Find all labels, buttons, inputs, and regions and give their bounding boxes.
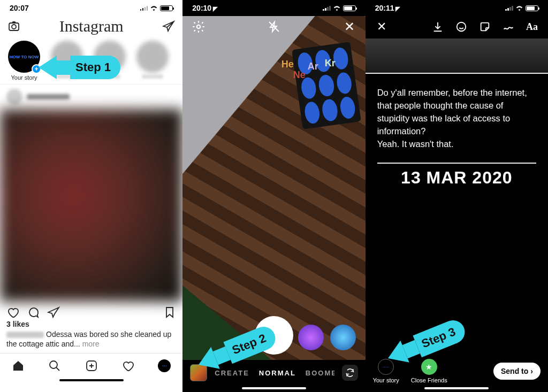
close-friends-icon: ★ [421, 359, 437, 375]
svg-point-1 [12, 25, 16, 29]
activity-tab-icon[interactable] [121, 359, 134, 372]
filter-option[interactable] [298, 325, 324, 350]
likes-count[interactable]: 3 likes [0, 320, 182, 328]
status-bar: 20:11◤ [366, 0, 548, 16]
close-icon[interactable]: ✕ [342, 19, 357, 34]
svg-point-4 [197, 25, 201, 29]
story-camera-screen: 20:10◤ ✕ He Ne Ar Kr CREATE [182, 0, 365, 392]
camera-icon[interactable] [7, 20, 20, 33]
post-image[interactable] [0, 109, 182, 302]
home-tab-icon[interactable] [12, 359, 25, 372]
svg-point-5 [457, 22, 466, 32]
new-post-tab-icon[interactable] [85, 359, 98, 372]
mode-boomerang[interactable]: BOOMER [306, 369, 334, 377]
flash-off-icon[interactable] [267, 19, 281, 34]
sticker-icon[interactable] [478, 20, 491, 33]
share-icon[interactable] [47, 306, 60, 319]
search-tab-icon[interactable] [48, 359, 61, 372]
story-settings-icon[interactable] [191, 19, 206, 34]
home-indicator[interactable] [242, 387, 306, 389]
story-canvas[interactable]: Do y'all remember, before the internet, … [366, 73, 548, 356]
profile-tab-icon[interactable]: • • • [158, 359, 171, 372]
stories-row[interactable]: HOW TO NOW + Your story [0, 37, 182, 84]
editor-toolbar: ✕ Aa [366, 16, 548, 39]
battery-icon [160, 5, 173, 11]
wifi-icon [333, 5, 341, 11]
effects-icon[interactable] [455, 20, 468, 33]
svg-rect-0 [9, 23, 19, 30]
story-date[interactable]: 13 MAR 2020 [377, 163, 536, 188]
story-item[interactable] [92, 41, 127, 81]
cellular-icon [323, 5, 331, 11]
story-item[interactable] [135, 41, 170, 81]
direct-message-icon[interactable] [162, 20, 175, 33]
battery-icon [526, 5, 538, 11]
send-to-button[interactable]: Send to› [493, 363, 541, 380]
story-text[interactable]: Do y'all remember, before the internet, … [377, 87, 536, 151]
chevron-right-icon: › [530, 367, 533, 375]
instagram-wordmark: Instagram [59, 17, 124, 35]
status-time: 20:10◤ [192, 4, 217, 12]
status-bar: 20:07 [0, 0, 182, 16]
battery-icon [343, 5, 356, 11]
draw-icon[interactable] [502, 20, 515, 33]
like-icon[interactable] [6, 306, 19, 319]
flip-camera-icon[interactable] [342, 365, 358, 381]
ig-header: Instagram [0, 16, 182, 37]
wifi-icon [150, 5, 158, 11]
add-story-badge[interactable]: + [32, 64, 41, 74]
cellular-icon [140, 5, 148, 11]
home-indicator[interactable] [59, 379, 124, 381]
instagram-feed-screen: 20:07 Instagram HOW TO NOW + Your story [0, 0, 182, 392]
story-editor-screen: 20:11◤ ✕ Aa Do y'all remember, before th… [366, 0, 548, 392]
mode-normal[interactable]: NORMAL [259, 369, 296, 377]
mode-create[interactable]: CREATE [215, 369, 249, 377]
your-story-button[interactable]: — — Your story [373, 359, 399, 383]
home-indicator[interactable] [424, 387, 489, 389]
close-friends-button[interactable]: ★ Close Friends [411, 359, 447, 383]
camera-modes[interactable]: CREATE NORMAL BOOMER [215, 369, 334, 377]
status-time: 20:11◤ [375, 4, 400, 12]
your-story-avatar: — — [378, 359, 394, 375]
location-icon: ◤ [395, 5, 400, 12]
camera-viewfinder[interactable]: ✕ He Ne Ar Kr [182, 16, 365, 360]
post-actions [0, 302, 182, 320]
svg-point-2 [50, 361, 57, 368]
filter-option[interactable] [330, 325, 356, 350]
story-top-gradient [366, 39, 548, 73]
gallery-button[interactable] [190, 364, 207, 381]
status-right [323, 5, 356, 11]
location-icon: ◤ [213, 5, 217, 12]
status-time: 20:07 [10, 4, 29, 12]
your-story-label: Your story [11, 74, 37, 81]
status-right [505, 5, 538, 11]
status-bar: 20:10◤ [182, 0, 365, 16]
shutter-button[interactable] [255, 316, 293, 355]
more-link[interactable]: more [82, 340, 100, 348]
tab-bar: • • • [0, 353, 182, 378]
text-tool-icon[interactable]: Aa [526, 20, 538, 33]
status-right [140, 5, 173, 11]
close-icon[interactable]: ✕ [375, 20, 388, 33]
save-icon[interactable] [163, 306, 176, 319]
story-item[interactable] [49, 41, 85, 81]
wifi-icon [515, 5, 523, 11]
post-header[interactable] [0, 84, 182, 109]
caption-username[interactable] [6, 332, 44, 338]
your-story-item[interactable]: HOW TO NOW + Your story [6, 41, 42, 81]
your-story-avatar[interactable]: HOW TO NOW + [8, 41, 40, 73]
share-bar: — — Your story ★ Close Friends Send to› [366, 356, 548, 386]
post-caption[interactable]: Odessa was bored so she cleaned up the c… [0, 328, 182, 353]
sticker-sheet [292, 42, 361, 129]
download-icon[interactable] [431, 20, 444, 33]
comment-icon[interactable] [27, 306, 40, 319]
camera-bottom-bar: CREATE NORMAL BOOMER [182, 360, 365, 386]
cellular-icon [505, 5, 513, 11]
